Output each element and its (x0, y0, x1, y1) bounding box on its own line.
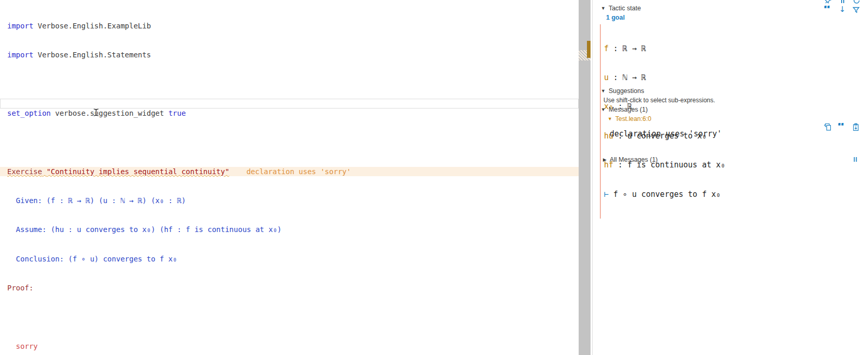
code-line-given[interactable]: Given: (f : ℝ → ℝ) (u : ℕ → ℝ) (x₀ : ℝ) (0, 196, 592, 206)
keyword-import: import (7, 22, 34, 30)
copy-as-quote-icon[interactable]: “ (823, 6, 831, 13)
import-path: Verbose.English.Statements (34, 51, 151, 59)
ibeam-cursor-icon (93, 108, 99, 117)
code-line-blank[interactable] (0, 137, 592, 147)
quote-message-icon[interactable]: “ (837, 123, 845, 131)
message-location-row[interactable]: ▼ Test.lean:6:0 (608, 115, 652, 122)
chevron-down-icon[interactable]: ▼ (608, 116, 612, 121)
keyword-exercise: Exercise (7, 167, 42, 176)
suggestions-label: Suggestions (609, 87, 644, 95)
keyword-import: import (7, 51, 34, 59)
code-line-cursor-blank[interactable] (0, 313, 592, 322)
goto-down-arrow-icon[interactable]: ↓ (839, 6, 846, 13)
keyword-set-option: set_option (7, 109, 51, 117)
code-line-proof[interactable]: Proof: (0, 283, 592, 293)
chevron-right-icon[interactable]: ▶ (603, 157, 607, 162)
editor-scrollbar[interactable] (579, 0, 591, 355)
message-body-text: declaration uses 'sorry' (610, 129, 722, 138)
exercise-title-string: "Continuity implies sequential continuit… (47, 167, 229, 176)
space (42, 167, 46, 176)
messages-label: Messages (1) (609, 106, 648, 113)
hypothesis-type[interactable]: : ℝ → ℝ (609, 44, 646, 53)
overview-ruler-error-marker[interactable] (587, 41, 591, 58)
messages-header[interactable]: ▼ Messages (1) (601, 106, 648, 113)
code-line-sorry[interactable]: sorry (0, 342, 592, 351)
tactic-state-label: Tactic state (609, 5, 641, 12)
turnstile-icon: ⊢ (604, 190, 609, 199)
import-path: Verbose.English.ExampleLib (34, 22, 151, 30)
copy-message-icon[interactable] (824, 123, 832, 131)
lean-vscode-workbench: { "editor": { "clipped_fragment": "gy", … (0, 0, 868, 355)
code-line-assume[interactable]: Assume: (hu : u converges to x₀) (hf : f… (0, 225, 592, 235)
code-editor[interactable]: gy import Verbose.English.ExampleLib imp… (0, 0, 592, 355)
code-line-set-option[interactable]: set_option verbose.suggestion_widget tru… (0, 109, 592, 118)
chevron-down-icon[interactable]: ▼ (601, 88, 606, 94)
code-lines: import Verbose.English.ExampleLib import… (0, 2, 592, 355)
suggestions-header[interactable]: ▼ Suggestions (601, 87, 644, 95)
keyword-true: true (168, 109, 186, 117)
code-line-import-2[interactable]: import Verbose.English.Statements (0, 50, 592, 60)
goal-count-badge: 1 goal (606, 14, 625, 21)
cursor-location-label: Test.lean:11:2 (609, 0, 648, 2)
current-line-highlight (0, 99, 579, 109)
refresh-icon[interactable] (853, 0, 860, 4)
code-line-exercise[interactable]: Exercise "Continuity implies sequential … (0, 167, 579, 177)
all-messages-header[interactable]: ▶ All Messages (1) (603, 156, 658, 163)
infoview-header[interactable]: ▼ Test.lean:11:2 (601, 0, 648, 2)
tactic-state-header[interactable]: ▼ Tactic state (601, 5, 641, 12)
code-line-conclusion[interactable]: Conclusion: (f ∘ u) converges to f x₀ (0, 254, 592, 264)
filter-icon[interactable] (853, 7, 860, 13)
code-line-blank[interactable] (0, 79, 592, 89)
chevron-down-icon[interactable]: ▼ (601, 0, 606, 1)
goal-row[interactable]: ⊢ f ∘ u converges to f x₀ (604, 190, 725, 199)
hypothesis-row[interactable]: f : ℝ → ℝ (604, 44, 725, 54)
clipboard-icon[interactable] (852, 123, 860, 131)
inline-diagnostic-text: declaration uses 'sorry' (246, 167, 351, 176)
chevron-down-icon[interactable]: ▼ (601, 6, 606, 11)
message-location-link[interactable]: Test.lean:6:0 (615, 115, 652, 122)
option-name: verbose.suggestion_widget (51, 109, 168, 117)
hypothesis-type[interactable]: : ℕ → ℝ (609, 73, 646, 82)
hypothesis-row[interactable]: u : ℕ → ℝ (604, 73, 725, 83)
hypothesis-name[interactable]: u (604, 73, 609, 82)
goal-expression[interactable]: f ∘ u converges to f x₀ (609, 190, 721, 199)
all-messages-label: All Messages (1) (610, 156, 658, 163)
lean-infoview-panel: ▼ Test.lean:11:2 ▼ Tactic state “ ↓ 1 go… (593, 0, 868, 355)
error-squiggle-span: Exercise "Continuity implies sequential … (7, 167, 229, 176)
hypothesis-name[interactable]: f (604, 44, 609, 53)
suggestions-hint-text: Use shift-click to select sub-expression… (603, 97, 715, 104)
pause-icon[interactable] (839, 0, 846, 4)
pin-icon[interactable] (825, 0, 832, 4)
code-line-import-1[interactable]: import Verbose.English.ExampleLib (0, 21, 592, 31)
pause-updates-icon[interactable] (852, 156, 859, 163)
chevron-down-icon[interactable]: ▼ (601, 107, 606, 112)
